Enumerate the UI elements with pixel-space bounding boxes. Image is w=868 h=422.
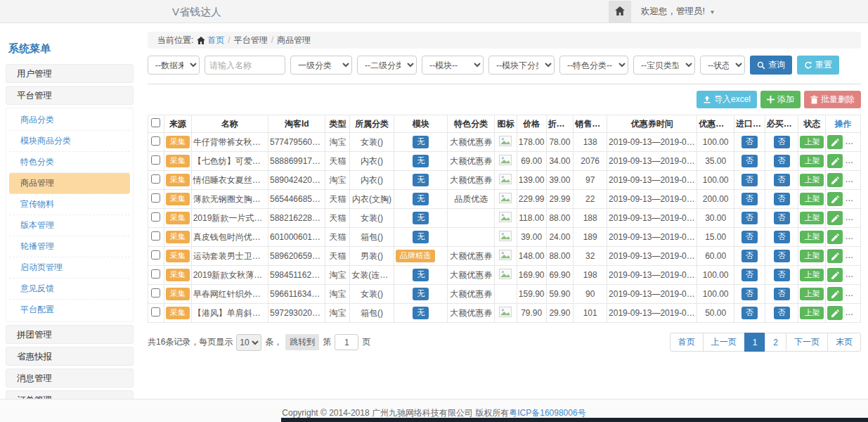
edit-button[interactable]	[827, 287, 843, 301]
must-buy-toggle-badge[interactable]: 否	[774, 288, 790, 300]
reset-button[interactable]: 重置	[797, 56, 839, 75]
import-toggle-badge[interactable]: 否	[741, 250, 758, 262]
must-buy-toggle-badge[interactable]: 否	[774, 231, 790, 243]
import-toggle-badge[interactable]: 否	[741, 155, 758, 167]
page-number-button[interactable]: 2	[765, 333, 786, 352]
status-badge[interactable]: 上架	[800, 250, 824, 262]
edit-button[interactable]	[827, 154, 843, 168]
import-excel-button[interactable]: 导入excel	[697, 91, 757, 108]
row-checkbox[interactable]	[151, 136, 160, 146]
row-checkbox[interactable]	[151, 155, 160, 165]
import-toggle-badge[interactable]: 否	[741, 307, 758, 319]
import-toggle-badge[interactable]: 否	[741, 174, 758, 186]
status-badge[interactable]: 上架	[800, 269, 824, 281]
sidebar-item[interactable]: 商品分类	[9, 110, 130, 131]
row-checkbox[interactable]	[151, 307, 160, 316]
feature-category-select[interactable]: --特色分类--	[559, 56, 628, 75]
last-page-button[interactable]: 末页	[827, 333, 861, 352]
row-checkbox[interactable]	[151, 212, 160, 222]
page-number-button[interactable]: 1	[744, 333, 766, 352]
sidebar-item[interactable]: 启动页管理	[9, 257, 130, 279]
must-buy-toggle-badge[interactable]: 否	[774, 174, 790, 186]
sidebar-item[interactable]: 版本管理	[9, 215, 130, 236]
must-buy-toggle-badge[interactable]: 否	[774, 250, 790, 262]
edit-button[interactable]	[827, 268, 843, 282]
page-size-select[interactable]: 10	[236, 334, 261, 351]
row-checkbox[interactable]	[151, 269, 160, 279]
sidebar-item[interactable]: 平台配置	[9, 300, 130, 320]
sidebar-group-item[interactable]: 用户管理	[6, 64, 134, 83]
sidebar-item[interactable]: 模块商品分类	[9, 131, 130, 152]
status-badge[interactable]: 上架	[800, 193, 824, 205]
module-badge[interactable]: 无	[413, 231, 429, 243]
module-badge[interactable]: 无	[413, 174, 429, 186]
next-page-button[interactable]: 下一页	[786, 333, 828, 352]
add-button[interactable]: 添加	[760, 91, 801, 108]
category-level1-select[interactable]: 一级分类	[290, 56, 352, 75]
category-level2-select[interactable]: --二级分类--	[357, 56, 417, 75]
icp-link[interactable]: 粤ICP备16098006号	[509, 408, 585, 418]
import-toggle-badge[interactable]: 否	[741, 193, 758, 205]
sidebar-item[interactable]: 轮播管理	[9, 236, 130, 257]
module-badge[interactable]: 无	[413, 212, 429, 224]
search-button[interactable]: 查询	[750, 56, 792, 75]
import-toggle-badge[interactable]: 否	[741, 288, 758, 300]
edit-button[interactable]	[827, 192, 843, 206]
import-toggle-badge[interactable]: 否	[741, 212, 758, 224]
import-toggle-badge[interactable]: 否	[741, 269, 758, 281]
module-badge[interactable]: 无	[413, 193, 429, 205]
module-badge[interactable]: 无	[413, 155, 429, 167]
sidebar-group-item[interactable]: 省惠快报	[6, 347, 134, 366]
status-badge[interactable]: 上架	[800, 212, 824, 224]
import-toggle-badge[interactable]: 否	[741, 136, 758, 148]
must-buy-toggle-badge[interactable]: 否	[774, 307, 790, 319]
status-badge[interactable]: 上架	[800, 174, 824, 186]
breadcrumb-home-link[interactable]: 首页	[197, 34, 224, 46]
must-buy-toggle-badge[interactable]: 否	[774, 155, 790, 167]
module-badge[interactable]: 无	[413, 269, 429, 281]
sidebar-item[interactable]: 特色分类	[9, 152, 130, 173]
sidebar-item-active[interactable]: 商品管理	[9, 173, 130, 194]
home-button[interactable]	[609, 1, 631, 23]
prev-page-button[interactable]: 上一页	[703, 333, 745, 352]
edit-button[interactable]	[827, 173, 843, 187]
sidebar-item[interactable]: 宣传物料	[9, 194, 130, 215]
user-menu[interactable]: 欢迎您，管理员! ▼	[641, 6, 715, 18]
module-badge[interactable]: 无	[413, 136, 429, 148]
row-checkbox[interactable]	[151, 250, 160, 260]
sidebar-group-item[interactable]: 消息管理	[6, 369, 134, 388]
sidebar-group-item[interactable]: 平台管理	[6, 86, 134, 105]
must-buy-toggle-badge[interactable]: 否	[774, 269, 790, 281]
row-checkbox[interactable]	[151, 174, 160, 184]
must-buy-toggle-badge[interactable]: 否	[774, 212, 790, 224]
row-checkbox[interactable]	[151, 288, 160, 298]
module-badge[interactable]: 无	[413, 307, 429, 319]
module-select[interactable]: --模块--	[422, 56, 484, 75]
jump-page-input[interactable]	[335, 334, 358, 350]
edit-button[interactable]	[827, 135, 843, 149]
status-badge[interactable]: 上架	[800, 231, 824, 243]
must-buy-toggle-badge[interactable]: 否	[774, 193, 790, 205]
row-checkbox[interactable]	[151, 231, 160, 241]
edit-button[interactable]	[827, 249, 843, 263]
name-input[interactable]	[205, 56, 285, 75]
sidebar-group-item[interactable]: 拼团管理	[6, 325, 134, 344]
status-badge[interactable]: 上架	[800, 136, 824, 148]
must-buy-toggle-badge[interactable]: 否	[774, 136, 790, 148]
sidebar-item[interactable]: 意见反馈	[9, 279, 130, 300]
item-type-select[interactable]: --宝贝类型--	[633, 56, 695, 75]
edit-button[interactable]	[827, 306, 843, 320]
import-toggle-badge[interactable]: 否	[741, 231, 758, 243]
batch-delete-button[interactable]: 批量删除	[804, 91, 861, 108]
module-subcategory-select[interactable]: --模块下分类--	[488, 56, 555, 75]
status-badge[interactable]: 上架	[800, 288, 824, 300]
status-select[interactable]: --状态--	[700, 56, 745, 75]
status-badge[interactable]: 上架	[800, 307, 824, 319]
edit-button[interactable]	[827, 211, 843, 225]
edit-button[interactable]	[827, 230, 843, 244]
select-all-checkbox[interactable]	[151, 118, 160, 127]
first-page-button[interactable]: 首页	[670, 333, 704, 352]
row-checkbox[interactable]	[151, 193, 160, 203]
status-badge[interactable]: 上架	[800, 155, 824, 167]
data-source-select[interactable]: --数据来源--	[148, 56, 200, 75]
